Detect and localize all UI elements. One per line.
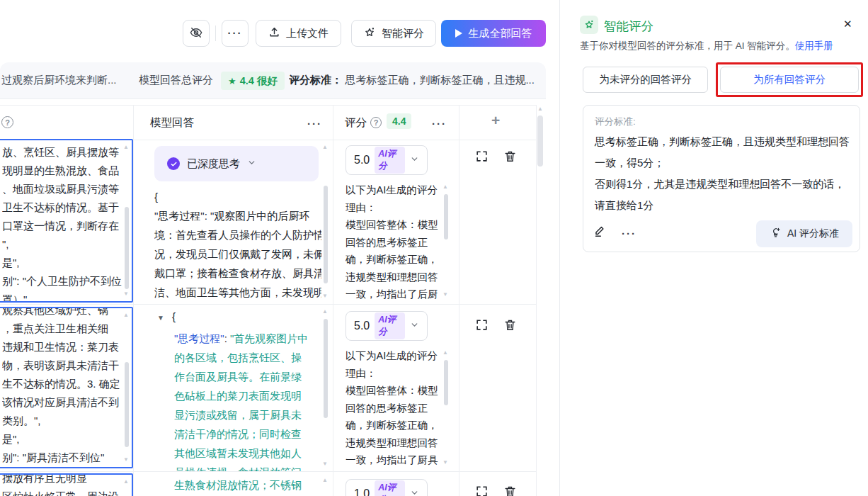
score-unrated-button[interactable]: 为未评分的回答评分 xyxy=(583,67,708,93)
smart-score-button[interactable]: 智能评分 xyxy=(351,20,436,47)
score-help-icon[interactable]: ? xyxy=(370,117,382,128)
generate-all-answers-button[interactable]: 生成全部回答 xyxy=(441,20,546,47)
score-column-menu[interactable]: ··· xyxy=(432,120,447,128)
panel-title: 智能评分 xyxy=(604,18,653,35)
cell-scroll-down-icon[interactable]: ▼ xyxy=(442,460,448,466)
cell-scroll-up-icon[interactable]: ▲ xyxy=(322,478,328,483)
model-column-menu[interactable]: ··· xyxy=(307,120,322,128)
cell-scroll-up-icon[interactable]: ▲ xyxy=(123,312,129,318)
question-preview: 过观察后厨环境来判断... xyxy=(1,74,117,87)
grid-right-border xyxy=(536,105,537,496)
upload-file-button[interactable]: 上传文件 xyxy=(256,20,341,47)
deep-think-toggle[interactable]: 已深度思考 xyxy=(154,146,319,181)
criteria-more-button[interactable]: ··· xyxy=(622,230,636,237)
panel-description: 基于你对模型回答的评分标准，用于 AI 智能评分。使用手册 xyxy=(580,40,863,52)
eye-off-icon xyxy=(189,26,203,42)
grid-top-border xyxy=(0,105,536,106)
ai-criteria-button[interactable]: AI 评分标准 xyxy=(756,220,852,247)
generate-all-label: 生成全部回答 xyxy=(469,27,532,40)
star-sparkle-icon xyxy=(363,26,376,41)
ellipsis-icon: ··· xyxy=(228,30,243,37)
trash-icon xyxy=(503,150,517,163)
question-cell-row1-text: 放、烹饪区、厨具摆放等现明显的生熟混放、食品、地面垃圾或厨具污渍等卫生不达标的情… xyxy=(0,140,132,303)
score-column-header: 评分 xyxy=(345,115,367,130)
model-answer-row1-text: { "思考过程": "观察图片中的后厨环境：首先查看人员操作的个人防护情况，发现… xyxy=(154,187,321,303)
cell-scroll-up-icon[interactable]: ▲ xyxy=(322,309,328,315)
cell-scrollbar[interactable] xyxy=(324,186,328,283)
model-answer-row2-text: "思考过程": "首先观察图片中 的各区域，包括烹饪区、操作台面及厨具等。在前景… xyxy=(174,329,324,471)
trash-icon xyxy=(503,318,517,332)
cell-scroll-up-icon[interactable]: ▲ xyxy=(123,479,129,485)
question-cell-row3[interactable]: 摆放有序且无明显区炉灶火焰正常，周边设 ▲ xyxy=(0,473,133,496)
bulb-sparkle-icon xyxy=(770,227,782,241)
grid-scroll-up-icon[interactable]: ▲ xyxy=(537,106,543,112)
question-cell-row2[interactable]: 观察其他区域炉灶、锅，重点关注卫生相关细违规和卫生情况：菜刀表物，表明该厨具未清… xyxy=(0,307,133,468)
cell-scroll-up-icon[interactable]: ▲ xyxy=(123,145,129,150)
smart-score-label: 智能评分 xyxy=(382,27,424,40)
chevron-down-icon xyxy=(410,487,419,496)
question-cell-row2-text: 观察其他区域炉灶、锅，重点关注卫生相关细违规和卫生情况：菜刀表物，表明该厨具未清… xyxy=(0,307,132,467)
tree-caret-icon[interactable]: ▼ xyxy=(157,314,164,322)
expand-row2-button[interactable] xyxy=(475,318,489,334)
cell-scroll-down-icon[interactable]: ▼ xyxy=(123,457,129,463)
model-answer-cell-row2[interactable]: ▼ { "思考过程": "首先观察图片中 的各区域，包括烹饪区、操作台面及厨具等… xyxy=(134,305,332,471)
criteria-text: 思考标签正确，判断标签正确，且违规类型和理想回答一致，得5分； 否则得1分，尤其… xyxy=(595,131,850,216)
check-circle-icon xyxy=(167,157,180,170)
score-dropdown-row2[interactable]: 5.0 AI评分 xyxy=(346,311,428,341)
score-all-button[interactable]: 为所有回答评分 xyxy=(720,67,859,93)
cell-scrollbar[interactable] xyxy=(444,194,448,239)
total-score-label: 模型回答总评分 xyxy=(139,74,213,87)
cell-scroll-up-icon[interactable]: ▲ xyxy=(322,145,328,150)
toolbar-more-button[interactable]: ··· xyxy=(222,20,249,47)
edit-criteria-button[interactable] xyxy=(593,225,607,241)
criteria-label: 评分标准： xyxy=(289,74,342,86)
grid-scrollbar[interactable] xyxy=(537,115,543,167)
question-cell-row1[interactable]: 放、烹饪区、厨具摆放等现明显的生熟混放、食品、地面垃圾或厨具污渍等卫生不达标的情… xyxy=(0,139,133,303)
cell-scroll-down-icon[interactable]: ▼ xyxy=(322,293,328,299)
chevron-down-icon xyxy=(410,154,419,167)
model-answer-column-header: 模型回答 xyxy=(150,115,194,130)
cell-scrollbar[interactable] xyxy=(125,362,129,447)
app-window: ··· 上传文件 智能评分 生成全部回答 过观察后厨环境来判断... 模型回答总… xyxy=(0,0,868,496)
ai-score-tag: AI评分 xyxy=(375,312,405,339)
cell-scroll-up-icon[interactable]: ▲ xyxy=(442,184,448,190)
criteria-preview: 思考标签正确，判断标签正确，且违规... xyxy=(345,74,535,86)
toolbar-divider xyxy=(215,26,216,41)
expand-row1-button[interactable] xyxy=(475,150,489,166)
question-cell-row3-text: 摆放有序且无明显区炉灶火焰正常，周边设 xyxy=(0,473,132,496)
cell-scrollbar[interactable] xyxy=(125,207,129,289)
model-answer-cell-row3[interactable]: 生熟食材混放情况；不锈钢 ▲ xyxy=(134,472,332,496)
cell-scroll-down-icon[interactable]: ▼ xyxy=(123,291,129,297)
manual-link[interactable]: 使用手册 xyxy=(795,40,833,51)
cell-scroll-down-icon[interactable]: ▼ xyxy=(322,461,328,467)
score-cell-row1: 5.0 AI评分 以下为AI生成的评分理由：模型回答整体：模型回答的思考标签正确… xyxy=(333,140,458,303)
close-panel-button[interactable]: ✕ xyxy=(843,18,852,30)
cell-scrollbar[interactable] xyxy=(324,319,328,418)
smart-score-panel: 智能评分 ✕ 基于你对模型回答的评分标准，用于 AI 智能评分。使用手册 为未评… xyxy=(559,0,868,496)
play-icon xyxy=(455,29,462,38)
score-reason-row1: 以下为AI生成的评分理由：模型回答整体：模型回答的思考标签正确，判断标签正确，违… xyxy=(346,181,445,303)
score-dropdown-row3[interactable]: 1.0 AI评分 xyxy=(346,479,428,496)
expand-row3-button[interactable] xyxy=(475,485,489,496)
criteria-card: 评分标准: 思考标签正确，判断标签正确，且违规类型和理想回答一致，得5分； 否则… xyxy=(583,105,860,252)
score-average-badge: 4.4 xyxy=(387,113,411,129)
criteria-preview-row: 评分标准： 思考标签正确，判断标签正确，且违规... xyxy=(289,74,544,87)
add-column-button[interactable]: + xyxy=(491,112,500,129)
delete-row3-button[interactable] xyxy=(503,485,517,496)
json-value-lines: 的各区域，包括烹饪区、操作台面及厨具等。在前景绿色砧板上的菜刀表面发现明显污渍或… xyxy=(174,348,324,471)
question-column-help-icon[interactable]: ? xyxy=(1,116,13,128)
cell-scroll-up-icon[interactable]: ▲ xyxy=(442,350,448,356)
hide-columns-button[interactable] xyxy=(183,20,210,47)
model-answer-cell-row1[interactable]: 已深度思考 { "思考过程": "观察图片中的后厨环境：首先查看人员操作的个人防… xyxy=(134,140,332,303)
expand-icon xyxy=(475,485,489,496)
smart-score-panel-icon xyxy=(580,16,598,34)
score-cell-row3: 1.0 AI评分 xyxy=(333,472,458,496)
cell-scrollbar[interactable] xyxy=(444,360,448,405)
cell-scroll-down-icon[interactable]: ▼ xyxy=(442,292,448,298)
score-dropdown-row1[interactable]: 5.0 AI评分 xyxy=(346,145,428,175)
delete-row1-button[interactable] xyxy=(503,150,517,166)
summary-strip: 过观察后厨环境来判断... 模型回答总评分 ★ 4.4 很好 评分标准： 思考标… xyxy=(0,62,546,99)
total-score-value: 4.4 很好 xyxy=(240,74,278,88)
expand-icon xyxy=(475,318,489,332)
delete-row2-button[interactable] xyxy=(503,318,517,334)
